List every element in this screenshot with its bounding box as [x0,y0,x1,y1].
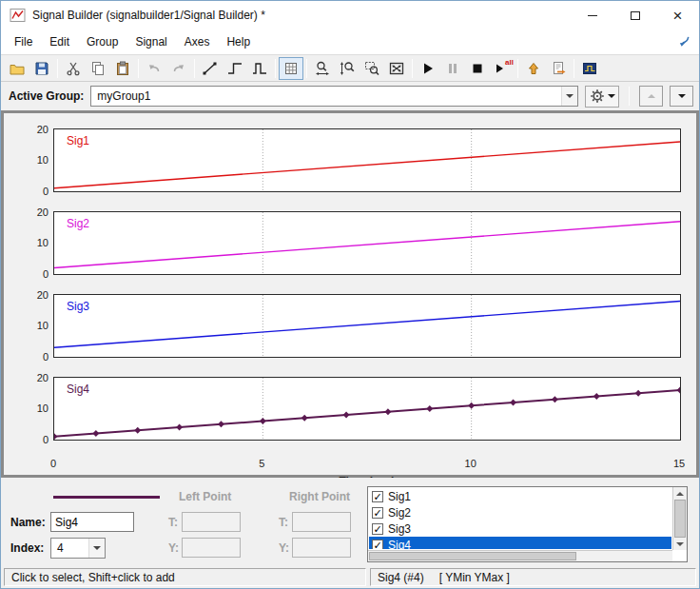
menu-axes[interactable]: Axes [176,30,219,53]
toolbar-separator [194,59,195,78]
scroll-up-button[interactable] [673,487,687,500]
chevron-down-icon [678,94,686,98]
draw-pulse-button[interactable] [247,57,272,80]
toolbar-separator [57,59,58,78]
cut-button[interactable] [61,57,86,80]
draw-step-icon [227,61,243,76]
undo-button[interactable] [142,57,166,80]
signal-list-item[interactable]: ✓Sig1 [369,488,671,504]
up-button[interactable] [521,57,546,80]
save-icon [34,61,49,76]
signal-label: Sig1 [67,134,89,147]
scroll-down-button[interactable] [673,538,687,550]
expand-panel-button[interactable] [670,86,693,107]
y-tick-labels: 20100 [22,212,49,274]
zoom-region-button[interactable] [360,57,384,80]
chevron-down-icon [608,94,615,98]
status-signal: Sig4 (#4) [378,571,424,583]
status-message: Click to select, Shift+click to add [4,568,366,586]
x-tick-label: 15 [673,458,685,469]
chevron-down-icon [561,87,577,106]
export-button[interactable] [546,57,571,80]
right-point-label: Right Point [289,490,350,503]
scope-button[interactable] [577,57,602,80]
plot-sig3[interactable]: 20100Sig3 [53,294,681,358]
plot-canvas-sig3[interactable] [54,295,680,357]
active-group-value: myGroup1 [97,89,150,103]
name-input[interactable] [50,512,134,532]
collapse-panel-button[interactable] [639,86,663,107]
signal-list-item[interactable]: ✓Sig2 [369,504,671,520]
stop-button[interactable] [465,57,490,80]
signal-list-item[interactable]: ✓Sig3 [369,520,671,537]
active-group-bar: Active Group: myGroup1 [1,82,699,110]
run-all-label: all [505,58,514,67]
pause-button[interactable] [440,57,465,80]
menu-file[interactable]: File [6,30,41,53]
run-all-button[interactable]: all [490,57,515,80]
horizontal-scrollbar[interactable] [368,550,672,561]
zoom-time-button[interactable] [310,57,335,80]
plot-canvas-sig4[interactable] [54,378,680,440]
titlebar: Signal Builder (signalbuilder1/Signal Bu… [1,1,699,29]
signal-checkbox[interactable]: ✓ [372,523,383,535]
open-button[interactable] [5,57,29,80]
hscrollbar-thumb[interactable] [369,552,576,560]
signal-checkbox[interactable]: ✓ [372,507,383,519]
active-group-label: Active Group: [9,89,84,103]
zoom-y-button[interactable] [335,57,360,80]
y-tick-labels: 20100 [22,129,49,191]
save-button[interactable] [29,57,54,80]
plot-sig2[interactable]: 20100Sig2 [53,211,681,275]
signal-checkbox[interactable]: ✓ [372,540,383,550]
redo-button[interactable] [166,57,191,80]
close-button[interactable]: × [656,2,699,29]
plot-sig4[interactable]: 20100Sig4 [53,377,681,441]
menu-help[interactable]: Help [218,30,259,53]
copy-button[interactable] [86,57,110,80]
paste-button[interactable] [110,57,135,80]
draw-step-button[interactable] [223,57,247,80]
scroll-up-icon [676,492,684,496]
status-selection: Sig4 (#4) [ YMin YMax ] [370,568,696,586]
dock-icon[interactable] [677,34,694,49]
run-button[interactable] [416,57,440,80]
index-combobox[interactable]: 4 [50,538,106,559]
menu-edit[interactable]: Edit [41,30,78,53]
plot-canvas-sig2[interactable] [54,212,680,274]
plot-canvas-sig1[interactable] [54,129,680,191]
index-value: 4 [57,541,64,555]
right-y-label: Y: [279,541,289,555]
left-t-input [182,512,241,532]
maximize-button[interactable] [613,2,656,29]
minimize-icon [588,15,597,16]
active-group-combobox[interactable]: myGroup1 [90,86,578,107]
menu-group[interactable]: Group [78,30,126,53]
settings-button[interactable] [585,86,619,108]
signal-checkbox[interactable]: ✓ [372,491,383,502]
undo-icon [146,61,162,76]
menu-signal[interactable]: Signal [126,30,175,53]
toolbar-separator [517,59,518,78]
snap-grid-button[interactable] [279,57,303,80]
signal-label: Sig2 [67,217,89,230]
signal-editor-panel: Left Point Right Point Name: Index: 4 T:… [1,478,699,566]
toolbar-separator [138,59,139,78]
minimize-button[interactable] [571,2,613,29]
vertical-scrollbar[interactable] [672,487,687,550]
signal-name: Sig4 [388,539,411,550]
toolbar-separator [306,59,307,78]
signal-list-item[interactable]: ✓Sig4 [369,537,671,549]
zoom-y-icon [340,61,355,76]
signal-label: Sig3 [67,300,89,313]
x-tick-label: 0 [50,458,56,469]
x-tick-label: 10 [465,458,476,469]
draw-line-button[interactable] [198,57,223,80]
index-label: Index: [10,541,44,555]
scrollbar-thumb[interactable] [674,500,686,538]
draw-line-icon [203,61,218,76]
zoom-fit-button[interactable] [384,57,409,80]
plot-sig1[interactable]: 20100Sig1 [53,128,681,192]
draw-pulse-icon [252,61,267,76]
status-range: [ YMin YMax ] [439,571,510,583]
